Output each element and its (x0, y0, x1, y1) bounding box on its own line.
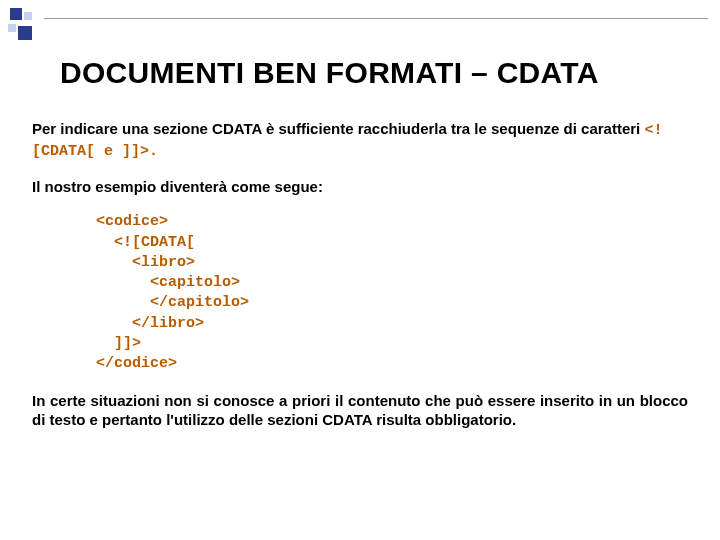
text: . (149, 143, 158, 160)
slide: DOCUMENTI BEN FORMATI – CDATA Per indica… (0, 0, 720, 540)
page-title: DOCUMENTI BEN FORMATI – CDATA (60, 56, 599, 90)
paragraph-conclusion: In certe situazioni non si conosce a pri… (32, 392, 688, 430)
code-block: <codice> <![CDATA[ <libro> <capitolo> </… (96, 212, 688, 374)
text: e (95, 143, 122, 160)
slide-body: Per indicare una sezione CDATA è suffici… (32, 120, 688, 446)
text: Per indicare una sezione CDATA è suffici… (32, 120, 644, 137)
paragraph-example-lead: Il nostro esempio diventerà come segue: (32, 178, 688, 197)
paragraph-intro: Per indicare una sezione CDATA è suffici… (32, 120, 688, 162)
decor-squares-icon (8, 6, 40, 48)
code-inline-close: ]]> (122, 143, 149, 160)
divider (44, 18, 708, 19)
